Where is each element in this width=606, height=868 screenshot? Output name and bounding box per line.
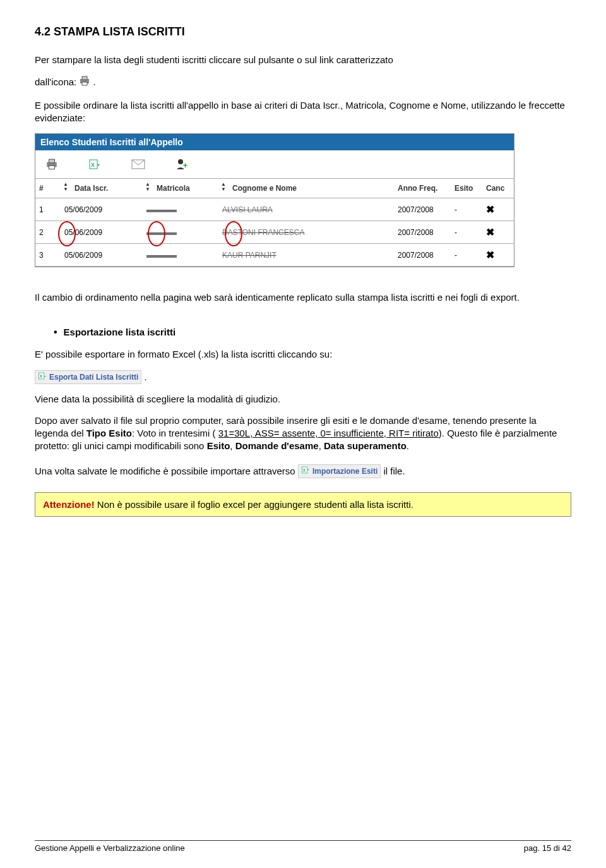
page-footer: Gestione Appelli e Verbalizzazione onlin… bbox=[35, 840, 571, 853]
svg-rect-5 bbox=[49, 159, 55, 163]
svg-text:X: X bbox=[91, 162, 95, 168]
col-cognome: ▲▼Cognome e Nome bbox=[218, 179, 394, 198]
intro-line-2: dall'icona: . bbox=[35, 75, 571, 90]
col-anno: Anno Freq. bbox=[394, 179, 451, 198]
section-title: 4.2 STAMPA LISTA ISCRITTI bbox=[35, 25, 571, 39]
bold-esito: Esito bbox=[207, 440, 230, 451]
cell-nome: KAUR PARNJIT bbox=[218, 244, 394, 267]
period: . bbox=[145, 371, 147, 382]
t: , bbox=[230, 440, 235, 451]
cell-data: 05/06/2009 bbox=[61, 244, 143, 267]
redacted-text: DASTONI FRANCESCA bbox=[222, 228, 304, 237]
export-link-label: Esporta Dati Lista Iscritti bbox=[49, 372, 138, 382]
intro2-prefix: dall'icona: bbox=[35, 76, 79, 87]
cell-esito: - bbox=[451, 221, 482, 244]
underline-legend: 31=30L, ASS= assente, 0= insufficiente, … bbox=[218, 428, 439, 438]
cell-canc: ✖ bbox=[482, 198, 514, 221]
footer-left: Gestione Appelli e Verbalizzazione onlin… bbox=[35, 843, 185, 853]
redacted-text: KAUR PARNJIT bbox=[222, 251, 276, 260]
bold-tipo-esito: Tipo Esito bbox=[86, 428, 132, 438]
import-link[interactable]: X Importazione Esiti bbox=[298, 464, 381, 478]
warning-text: Non è possibile usare il foglio excel pe… bbox=[95, 499, 413, 510]
cell-mat: ▬▬▬▬ bbox=[143, 244, 218, 267]
svg-point-3 bbox=[86, 80, 88, 81]
col-data-iscr-label: Data Iscr. bbox=[74, 184, 108, 193]
excel-import-icon: X bbox=[301, 466, 310, 477]
excel-export-icon: X bbox=[38, 371, 47, 383]
export-link[interactable]: X Esporta Dati Lista Iscritti bbox=[35, 370, 141, 384]
col-canc: Canc bbox=[482, 179, 514, 198]
t: Una volta salvate le modifiche è possibi… bbox=[35, 466, 298, 476]
add-user-icon: + bbox=[175, 158, 188, 173]
delete-x-icon: ✖ bbox=[486, 250, 494, 260]
table-row: 1 05/06/2009 ▬▬▬▬ ALVISI LAURA 2007/2008… bbox=[35, 198, 514, 221]
delete-x-icon: ✖ bbox=[486, 227, 494, 238]
export-p3: Dopo aver salvato il file sul proprio co… bbox=[35, 414, 571, 453]
cell-num: 1 bbox=[35, 198, 61, 221]
cell-anno: 2007/2008 bbox=[394, 244, 451, 267]
cell-esito: - bbox=[451, 244, 482, 267]
mail-icon bbox=[131, 159, 145, 172]
redacted-text: ALVISI LAURA bbox=[222, 205, 273, 214]
import-link-label: Importazione Esiti bbox=[312, 466, 377, 476]
redacted-text: ▬▬▬▬ bbox=[146, 228, 177, 237]
redacted-text: ▬▬▬▬ bbox=[146, 205, 177, 214]
cell-mat: ▬▬▬▬ bbox=[143, 198, 218, 221]
table-row: 2 05/06/2009 ▬▬▬▬ DASTONI FRANCESCA 2007… bbox=[35, 221, 514, 244]
table-row: 3 05/06/2009 ▬▬▬▬ KAUR PARNJIT 2007/2008… bbox=[35, 244, 514, 267]
intro-line-1: Per stampare la lista degli studenti isc… bbox=[35, 54, 571, 66]
t: il file. bbox=[383, 466, 405, 476]
printer-icon bbox=[45, 158, 58, 173]
svg-text:+: + bbox=[183, 161, 187, 170]
sort-arrows-icon: ▲▼ bbox=[63, 182, 68, 192]
export-link-line: X Esporta Dati Lista Iscritti . bbox=[35, 370, 571, 384]
svg-point-10 bbox=[178, 159, 183, 164]
cell-canc: ✖ bbox=[482, 244, 514, 267]
sort-arrows-icon: ▲▼ bbox=[221, 182, 226, 192]
import-line: Una volta salvate le modifiche è possibi… bbox=[35, 464, 571, 478]
t: . bbox=[407, 440, 409, 451]
screenshot-header: Elenco Studenti Iscritti all'Appello bbox=[35, 134, 514, 150]
warning-box: Attenzione! Non è possibile usare il fog… bbox=[35, 492, 571, 517]
bold-data-sup: Data superamento bbox=[324, 440, 407, 451]
cell-anno: 2007/2008 bbox=[394, 198, 451, 221]
t: : Voto in trentesimi ( bbox=[132, 428, 218, 438]
svg-rect-1 bbox=[82, 76, 87, 80]
printer-icon bbox=[79, 75, 90, 90]
export-p1: E' possibile esportare in formato Excel … bbox=[35, 348, 571, 361]
col-num: # bbox=[35, 179, 61, 198]
export-heading-label: Esportazione lista iscritti bbox=[64, 327, 176, 337]
cell-num: 3 bbox=[35, 244, 61, 267]
col-cognome-label: Cognome e Nome bbox=[232, 184, 297, 193]
warning-label: Attenzione! bbox=[43, 499, 95, 510]
students-table: # ▲▼Data Iscr. ▲▼Matricola ▲▼Cognome e N… bbox=[35, 178, 514, 267]
cell-canc: ✖ bbox=[482, 221, 514, 244]
intro2-suffix: . bbox=[93, 76, 96, 87]
cell-data: 05/06/2009 bbox=[61, 221, 143, 244]
excel-export-icon: X bbox=[88, 158, 101, 173]
after-screenshot-text: Il cambio di ordinamento nella pagina we… bbox=[35, 291, 571, 304]
svg-rect-6 bbox=[49, 166, 55, 169]
screenshot-table-wrap: # ▲▼Data Iscr. ▲▼Matricola ▲▼Cognome e N… bbox=[35, 178, 514, 267]
col-data-iscr: ▲▼Data Iscr. bbox=[61, 179, 143, 198]
delete-x-icon: ✖ bbox=[486, 204, 494, 215]
col-matricola: ▲▼Matricola bbox=[143, 179, 218, 198]
redacted-text: ▬▬▬▬ bbox=[146, 251, 177, 260]
svg-rect-2 bbox=[82, 82, 87, 85]
cell-anno: 2007/2008 bbox=[394, 221, 451, 244]
t: , bbox=[319, 440, 324, 451]
student-list-screenshot: Elenco Studenti Iscritti all'Appello X +… bbox=[35, 133, 514, 267]
intro-line-3: E possibile ordinare la lista iscritti a… bbox=[35, 99, 571, 125]
cell-num: 2 bbox=[35, 221, 61, 244]
footer-right: pag. 15 di 42 bbox=[524, 843, 571, 853]
col-esito: Esito bbox=[451, 179, 482, 198]
cell-nome: ALVISI LAURA bbox=[218, 198, 394, 221]
export-p2: Viene data la possibilità di scegliere l… bbox=[35, 393, 571, 406]
export-heading: Esportazione lista iscritti bbox=[54, 327, 571, 338]
cell-esito: - bbox=[451, 198, 482, 221]
sort-arrows-icon: ▲▼ bbox=[145, 182, 150, 192]
cell-mat: ▬▬▬▬ bbox=[143, 221, 218, 244]
cell-data: 05/06/2009 bbox=[61, 198, 143, 221]
cell-nome: DASTONI FRANCESCA bbox=[218, 221, 394, 244]
bold-domande: Domande d'esame bbox=[235, 440, 319, 451]
